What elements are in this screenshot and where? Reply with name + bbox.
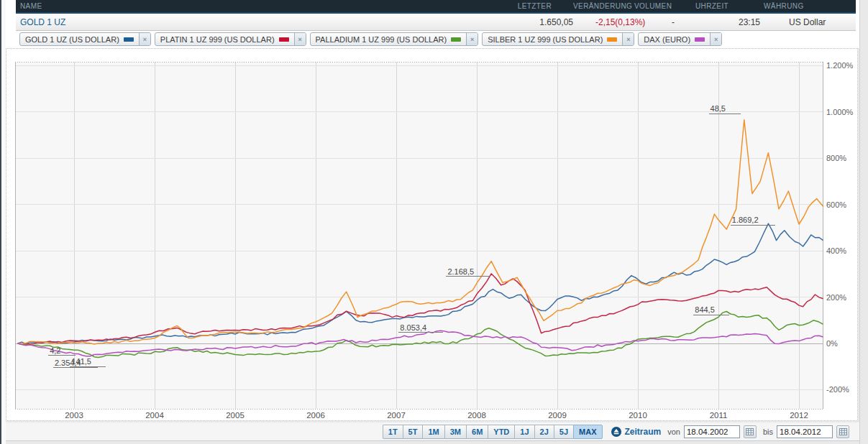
series-color-swatch [607, 37, 617, 42]
x-axis-label: 2006 [306, 411, 325, 420]
chip-label: SILBER 1 UZ 999 (US DOLLAR) [483, 33, 622, 45]
instrument-chip[interactable]: PLATIN 1 UZ 999 (US DOLLAR)× [155, 32, 306, 46]
x-axis-label: 2005 [226, 411, 245, 420]
chip-label: PLATIN 1 UZ 999 (US DOLLAR) [155, 33, 294, 45]
change-value: -2,15(0,13%) [573, 17, 634, 27]
chip-close-button[interactable]: × [710, 33, 721, 45]
y-axis-label: 1.000% [826, 108, 854, 116]
annotation-label: 844,5 [695, 305, 715, 314]
x-axis-label: 2011 [710, 411, 728, 420]
zeitraum-controls: Zeitraum von bis [611, 425, 850, 438]
chart-toolbar: 1T5T1M3M6MYTD1J2J5JMAX Zeitraum von bis [6, 422, 859, 441]
chip-close-button[interactable]: × [139, 33, 150, 45]
chip-label: DAX (EURO) [639, 33, 710, 45]
range-button-1m[interactable]: 1M [422, 425, 444, 439]
instrument-name-link[interactable]: GOLD 1 UZ [20, 17, 480, 27]
x-axis-label: 2010 [629, 411, 647, 420]
range-button-2j[interactable]: 2J [534, 425, 554, 439]
calendar-to-button[interactable] [836, 425, 849, 438]
column-header-uhrzeit: UHRZEIT [695, 2, 764, 10]
volume-value: - [634, 17, 695, 27]
range-button-3m[interactable]: 3M [444, 425, 466, 439]
calendar-from-button[interactable] [744, 425, 757, 438]
time-value: 23:15 [695, 17, 764, 27]
column-header-letzter: LETZTER [480, 2, 573, 10]
quote-row-gold: GOLD 1 UZ 1.650,05 -2,15(0,13%) - 23:15 … [16, 12, 856, 31]
y-axis-label: 0% [826, 339, 838, 348]
y-axis-label: 200% [826, 293, 846, 302]
instrument-chip[interactable]: DAX (EURO)× [638, 32, 722, 46]
annotation-label: 4,2 [50, 346, 60, 355]
page-right-divider [859, 0, 860, 444]
calendar-grid-icon [746, 428, 754, 435]
series-color-swatch [451, 37, 461, 42]
annotation-label: 2.168,5 [447, 267, 474, 276]
instrument-chip[interactable]: GOLD 1 UZ (US DOLLAR)× [19, 32, 151, 46]
y-axis-label: 600% [826, 200, 846, 209]
chart-panel: 1.200%1.000%800%600%400%200%0%-200%20032… [6, 48, 858, 421]
plot-area[interactable] [15, 62, 823, 409]
currency-value: US Dollar [764, 17, 856, 27]
annotation-label: 8.053,4 [400, 323, 426, 332]
column-header-volumen: VOLUMEN [634, 2, 695, 10]
range-button-max[interactable]: MAX [573, 425, 602, 439]
x-axis-label: 2004 [145, 411, 164, 420]
y-axis-label: 400% [826, 246, 846, 255]
chip-label: GOLD 1 UZ (US DOLLAR) [20, 33, 139, 45]
comparison-chart: 1.200%1.000%800%600%400%200%0%-200%20032… [6, 49, 859, 422]
x-axis-label: 2009 [548, 411, 567, 420]
calendar-grid-icon [839, 428, 847, 435]
chip-close-button[interactable]: × [466, 33, 478, 45]
annotation-label: 1.869,2 [732, 216, 759, 224]
chip-close-button[interactable]: × [622, 33, 634, 45]
instrument-chip[interactable]: SILBER 1 UZ 999 (US DOLLAR)× [482, 32, 634, 46]
range-button-1j[interactable]: 1J [514, 425, 534, 439]
annotation-label: 141,5 [71, 357, 91, 366]
y-axis-label: -200% [826, 385, 849, 394]
date-from-input[interactable] [684, 425, 740, 438]
x-axis-label: 2003 [65, 411, 83, 420]
column-header-name: NAME [20, 2, 480, 10]
x-axis-label: 2007 [387, 411, 406, 420]
range-button-ytd[interactable]: YTD [488, 425, 514, 439]
column-header-waehrung: WÄHRUNG [764, 2, 856, 10]
instrument-chips: GOLD 1 UZ (US DOLLAR)×PLATIN 1 UZ 999 (U… [19, 32, 722, 46]
eject-icon[interactable] [611, 427, 621, 437]
range-button-6m[interactable]: 6M [466, 425, 488, 439]
range-buttons: 1T5T1M3M6MYTD1J2J5JMAX [383, 425, 603, 439]
von-label: von [667, 427, 680, 436]
y-axis-label: 800% [826, 154, 846, 162]
quote-table-header: NAME LETZTER VERÄNDERUNG VOLUMEN UHRZEIT… [16, 0, 856, 12]
series-color-swatch [279, 37, 289, 42]
zeitraum-label[interactable]: Zeitraum [625, 427, 662, 437]
x-axis-label: 2012 [790, 411, 808, 420]
bis-label: bis [763, 427, 773, 436]
range-button-1t[interactable]: 1T [383, 425, 403, 439]
date-to-input[interactable] [777, 425, 833, 438]
range-button-5t[interactable]: 5T [403, 425, 423, 439]
x-axis-label: 2008 [467, 411, 486, 420]
instrument-chip[interactable]: PALLADIUM 1 UZ 999 (US DOLLAR)× [310, 32, 479, 46]
range-button-5j[interactable]: 5J [554, 425, 573, 439]
annotation-label: 48,5 [711, 104, 726, 113]
last-price-value: 1.650,05 [480, 17, 573, 27]
column-header-veraenderung: VERÄNDERUNG [573, 2, 634, 10]
y-axis-label: 1.200% [826, 61, 854, 70]
chip-label: PALLADIUM 1 UZ 999 (US DOLLAR) [311, 33, 467, 45]
chip-close-button[interactable]: × [294, 33, 306, 45]
series-color-swatch [695, 37, 705, 42]
series-color-swatch [124, 37, 134, 42]
